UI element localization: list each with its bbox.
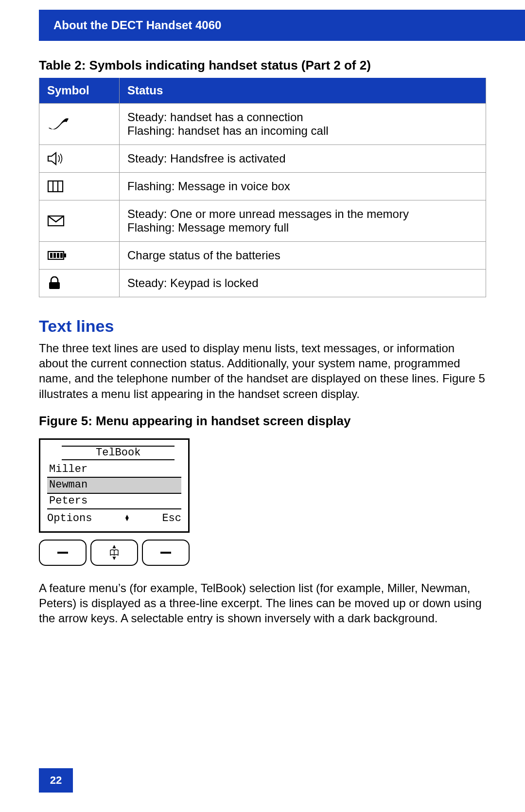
- lcd-screen: TelBook Miller Newman Peters Options ▲▼ …: [39, 438, 190, 533]
- col-header-status: Status: [120, 78, 486, 104]
- phone-icon: [47, 116, 111, 132]
- page: About the DECT Handset 4060 Table 2: Sym…: [0, 10, 525, 812]
- table-row: Flashing: Message in voice box: [39, 173, 486, 200]
- status-text: Steady: Keypad is locked: [127, 276, 259, 289]
- hardkey-row: ▲ ▼: [39, 540, 190, 566]
- hardkey-nav: ▲ ▼: [90, 540, 138, 566]
- svg-rect-6: [50, 253, 52, 258]
- symbol-cell: [39, 145, 120, 173]
- status-cell: Steady: Handsfree is activated: [120, 145, 486, 173]
- svg-rect-7: [53, 253, 56, 258]
- status-cell: Steady: handset has a connection Flashin…: [120, 104, 486, 145]
- symbol-cell: [39, 242, 120, 270]
- figure-caption: Figure 5: Menu appearing in handset scre…: [39, 414, 486, 429]
- dash-icon: [55, 551, 70, 555]
- symbol-cell: [39, 173, 120, 200]
- symbol-cell: [39, 104, 120, 145]
- closing-paragraph: A feature menu’s (for example, TelBook) …: [39, 580, 486, 626]
- nav-key-icon: ▲ ▼: [110, 544, 119, 560]
- scroll-arrows-icon: ▲▼: [125, 515, 129, 522]
- lcd-title: TelBook: [62, 446, 175, 460]
- svg-rect-0: [48, 181, 63, 192]
- table-row: Steady: One or more unread messages in t…: [39, 200, 486, 242]
- softkey-left: Options: [47, 512, 92, 524]
- status-cell: Steady: Keypad is locked: [120, 270, 486, 297]
- status-text: Steady: handset has a connection Flashin…: [127, 110, 329, 137]
- section-heading: Text lines: [39, 317, 486, 336]
- svg-rect-13: [160, 552, 171, 554]
- status-text: Steady: One or more unread messages in t…: [127, 207, 409, 234]
- col-header-symbol: Symbol: [39, 78, 120, 104]
- status-cell: Steady: One or more unread messages in t…: [120, 200, 486, 242]
- lcd-softkey-row: Options ▲▼ Esc: [47, 509, 181, 524]
- envelope-icon: [47, 215, 111, 227]
- symbol-cell: [39, 200, 120, 242]
- svg-rect-8: [57, 253, 59, 258]
- softkey-right: Esc: [162, 512, 181, 524]
- status-text: Charge status of the batteries: [127, 249, 280, 262]
- svg-rect-5: [64, 253, 66, 257]
- dash-icon: [158, 551, 173, 555]
- symbol-cell: [39, 270, 120, 297]
- table-row: Steady: Handsfree is activated: [39, 145, 486, 173]
- status-cell: Charge status of the batteries: [120, 242, 486, 270]
- voicebox-icon: [47, 180, 111, 193]
- lock-icon: [47, 276, 111, 290]
- lcd-title-row: TelBook: [47, 445, 181, 462]
- lcd-entry-1: Newman: [47, 478, 181, 493]
- status-text: Flashing: Message in voice box: [127, 180, 290, 193]
- svg-rect-11: [57, 552, 68, 554]
- svg-rect-9: [60, 253, 63, 258]
- table-row: Charge status of the batteries: [39, 242, 486, 270]
- status-cell: Flashing: Message in voice box: [120, 173, 486, 200]
- lcd-entry-2: Peters: [47, 494, 181, 509]
- handset-figure: TelBook Miller Newman Peters Options ▲▼ …: [39, 438, 486, 566]
- battery-icon: [47, 250, 111, 261]
- table-row: Steady: handset has a connection Flashin…: [39, 104, 486, 145]
- lcd-entry-0: Miller: [47, 462, 181, 478]
- status-text: Steady: Handsfree is activated: [127, 152, 286, 165]
- hardkey-right: [142, 540, 190, 566]
- section-paragraph: The three text lines are used to display…: [39, 341, 486, 401]
- page-number: 22: [39, 768, 73, 793]
- table-caption: Table 2: Symbols indicating handset stat…: [39, 58, 486, 73]
- table-row: Steady: Keypad is locked: [39, 270, 486, 297]
- header-bar: About the DECT Handset 4060: [39, 10, 525, 41]
- header-title: About the DECT Handset 4060: [53, 18, 221, 32]
- hardkey-left: [39, 540, 87, 566]
- svg-rect-10: [49, 282, 60, 289]
- speaker-icon: [47, 152, 111, 165]
- symbol-status-table: Symbol Status Steady: handset has a conn…: [39, 78, 486, 297]
